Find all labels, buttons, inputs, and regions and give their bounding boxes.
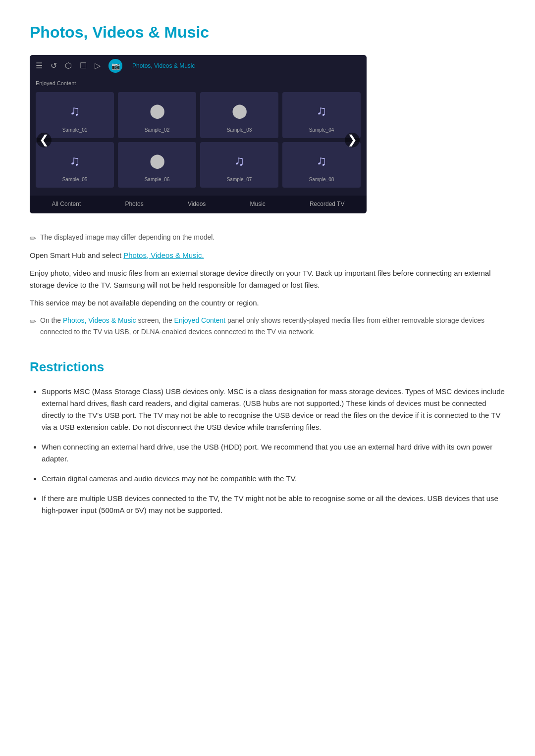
music-note-icon-8: ♫ bbox=[286, 150, 357, 172]
camera-icon-3: ⬤ bbox=[204, 100, 274, 122]
media-grid-container: ❮ ♫ Sample_01 ⬤ Sample_02 ⬤ Sample_03 bbox=[36, 92, 361, 188]
music-note-icon-1: ♫ bbox=[40, 100, 110, 122]
tv-content-area: Enjoyed Content ❮ ♫ Sample_01 ⬤ Sample_0… bbox=[30, 75, 367, 196]
note-block-2: ✏ On the Photos, Videos & Music screen, … bbox=[30, 315, 505, 337]
left-arrow-button[interactable]: ❮ bbox=[37, 133, 52, 148]
tv-icon-refresh: ↺ bbox=[51, 59, 57, 72]
pencil-icon-1: ✏ bbox=[30, 232, 36, 245]
note-text-2: On the Photos, Videos & Music screen, th… bbox=[40, 315, 505, 337]
tab-music[interactable]: Music bbox=[246, 199, 269, 210]
pencil-icon-2: ✏ bbox=[30, 315, 36, 328]
camera-icon-6: ⬤ bbox=[122, 150, 192, 172]
note2-link1: Photos, Videos & Music bbox=[63, 316, 136, 324]
media-grid-row2: ♫ Sample_05 ⬤ Sample_06 ♫ Sample_07 ♫ Sa… bbox=[36, 142, 361, 188]
media-item-6: ⬤ Sample_06 bbox=[118, 142, 196, 188]
enjoyed-content-label: Enjoyed Content bbox=[36, 79, 361, 88]
tab-photos[interactable]: Photos bbox=[121, 199, 147, 210]
tab-videos[interactable]: Videos bbox=[184, 199, 210, 210]
media-item-7: ♫ Sample_07 bbox=[200, 142, 278, 188]
list-item: When connecting an external hard drive, … bbox=[42, 441, 505, 465]
tv-icon-box: ☐ bbox=[80, 59, 87, 72]
tv-ui: ☰ ↺ ⬡ ☐ ▷ 📷 Photos, Videos & Music Enjoy… bbox=[30, 55, 367, 213]
list-item: Certain digital cameras and audio device… bbox=[42, 473, 505, 485]
intro-link[interactable]: Photos, Videos & Music. bbox=[123, 251, 204, 259]
restrictions-heading: Restrictions bbox=[30, 357, 505, 378]
tv-top-bar: ☰ ↺ ⬡ ☐ ▷ 📷 Photos, Videos & Music bbox=[30, 55, 367, 75]
sample-label-5: Sample_05 bbox=[40, 176, 110, 184]
tv-icon-play: ▷ bbox=[95, 59, 101, 72]
page-title: Photos, Videos & Music bbox=[30, 20, 505, 45]
right-arrow-button[interactable]: ❯ bbox=[345, 133, 360, 148]
music-note-icon-5: ♫ bbox=[40, 150, 110, 172]
sample-label-1: Sample_01 bbox=[40, 126, 110, 134]
tv-icon-camera-active: 📷 bbox=[108, 59, 122, 73]
tab-all-content[interactable]: All Content bbox=[48, 199, 85, 210]
media-item-3: ⬤ Sample_03 bbox=[200, 92, 278, 138]
tab-recorded-tv[interactable]: Recorded TV bbox=[306, 199, 348, 210]
tv-tab-title: Photos, Videos & Music bbox=[132, 61, 195, 71]
sample-label-3: Sample_03 bbox=[204, 126, 274, 134]
note-text-1: The displayed image may differ depending… bbox=[40, 232, 214, 243]
media-item-2: ⬤ Sample_02 bbox=[118, 92, 196, 138]
list-item: If there are multiple USB devices connec… bbox=[42, 493, 505, 516]
note2-prefix: On the bbox=[40, 316, 63, 324]
sample-label-2: Sample_02 bbox=[122, 126, 192, 134]
note2-link2: Enjoyed Content bbox=[174, 316, 226, 324]
sample-label-7: Sample_07 bbox=[204, 176, 274, 184]
media-grid-row1: ♫ Sample_01 ⬤ Sample_02 ⬤ Sample_03 ♫ Sa… bbox=[36, 92, 361, 138]
sample-label-4: Sample_04 bbox=[286, 126, 357, 134]
list-item: Supports MSC (Mass Storage Class) USB de… bbox=[42, 386, 505, 433]
sample-label-8: Sample_08 bbox=[286, 176, 357, 184]
camera-icon-2: ⬤ bbox=[122, 100, 192, 122]
note2-middle: screen, the bbox=[136, 316, 174, 324]
intro-prefix: Open Smart Hub and select bbox=[30, 251, 123, 259]
note-block-1: ✏ The displayed image may differ dependi… bbox=[30, 232, 505, 245]
music-note-icon-7: ♫ bbox=[204, 150, 274, 172]
intro-para1: Enjoy photo, video and music files from … bbox=[30, 267, 505, 291]
music-note-icon-4: ♫ bbox=[286, 100, 357, 122]
tv-icon-menu: ☰ bbox=[36, 59, 43, 72]
restrictions-list: Supports MSC (Mass Storage Class) USB de… bbox=[30, 386, 505, 516]
tv-bottom-nav: All Content Photos Videos Music Recorded… bbox=[30, 196, 367, 213]
tv-screenshot: ☰ ↺ ⬡ ☐ ▷ 📷 Photos, Videos & Music Enjoy… bbox=[30, 55, 367, 223]
tv-icon-grid: ⬡ bbox=[65, 59, 72, 72]
intro-open-smart-hub: Open Smart Hub and select Photos, Videos… bbox=[30, 250, 505, 261]
sample-label-6: Sample_06 bbox=[122, 176, 192, 184]
intro-para2: This service may be not available depend… bbox=[30, 297, 505, 309]
